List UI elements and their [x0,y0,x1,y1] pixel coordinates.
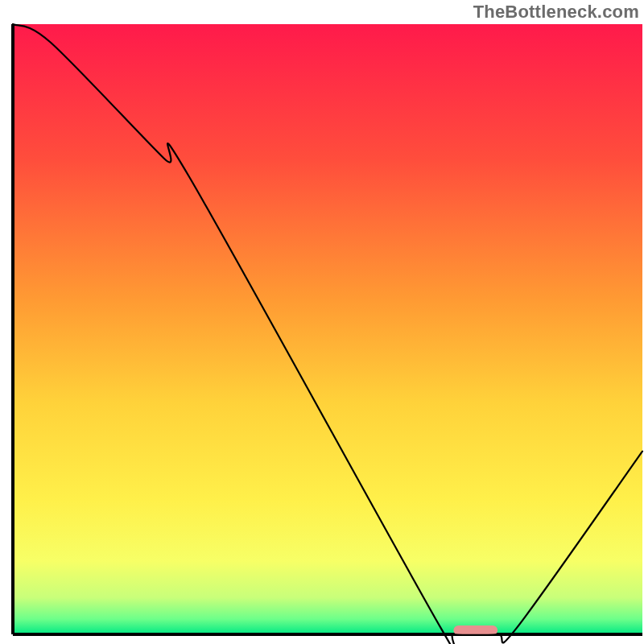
optimal-marker [453,625,497,635]
bottleneck-chart: TheBottleneck.com [0,0,644,644]
watermark-label: TheBottleneck.com [473,2,639,23]
chart-svg [0,0,644,644]
plot-background [13,24,642,634]
